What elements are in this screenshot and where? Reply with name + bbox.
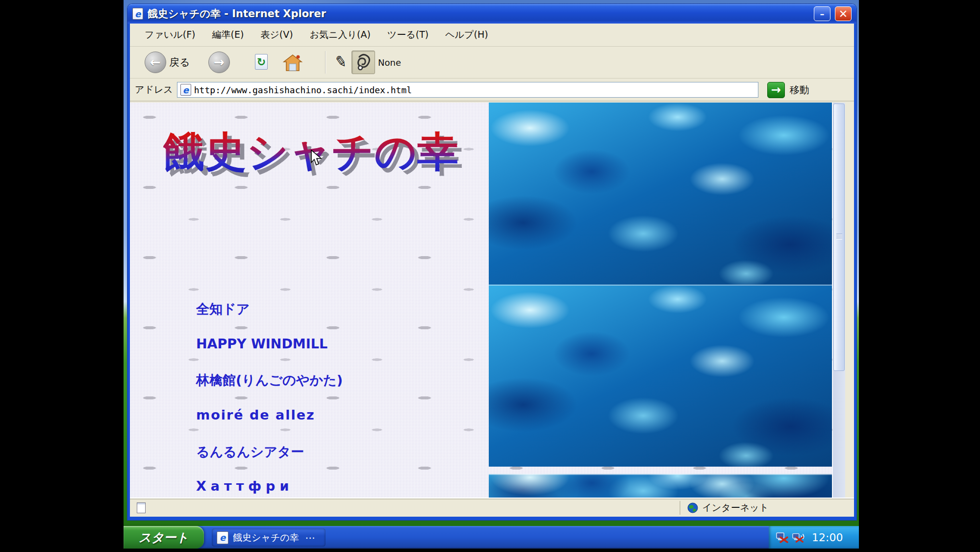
toolbar-separator: [325, 51, 326, 74]
wireless-disconnected-icon[interactable]: [792, 531, 805, 543]
go-arrow-icon: →: [767, 82, 785, 98]
water-image-bottom: [489, 285, 832, 467]
status-bar: インターネット: [130, 498, 854, 517]
address-bar: アドレス e http://www.gashishachino.sachi/in…: [130, 79, 854, 102]
pencil-icon: ✎: [333, 52, 349, 71]
home-icon: [283, 54, 302, 72]
address-label: アドレス: [135, 83, 173, 96]
link-moire-de-allez[interactable]: moiré de allez: [196, 407, 315, 422]
taskbar-clock: 12:00: [812, 531, 843, 544]
go-label: 移動: [790, 83, 809, 97]
home-button[interactable]: [283, 54, 302, 72]
mouse-cursor: [310, 150, 323, 166]
taskbar: スタート e 餓史シャチの幸 ⋯ 12:00: [124, 526, 859, 549]
start-button[interactable]: スタート: [124, 526, 204, 549]
system-tray: 12:00: [769, 526, 859, 549]
refresh-icon: ↻: [255, 54, 268, 70]
title-bar[interactable]: e 餓史シャチの幸 - Internet Xplorer – ✕: [127, 4, 856, 24]
back-label: 戻る: [169, 55, 190, 69]
menu-bar: ファいル(F) 編準(E) 表ジ(V) お気ニ入り(A) ツーる(T) ヘルプ(…: [130, 24, 854, 47]
refresh-button[interactable]: ↻: [255, 54, 268, 70]
url-page-icon: e: [180, 84, 191, 96]
globe-icon: [687, 502, 698, 513]
minimize-button[interactable]: –: [814, 6, 830, 21]
forward-button[interactable]: →: [208, 52, 230, 73]
link-ringo-yakata[interactable]: 林檎館(りんごのやかた): [196, 371, 343, 389]
link-runrun-theater[interactable]: るんるんシアター: [196, 443, 304, 461]
back-icon: ←: [145, 52, 166, 73]
page-content: 餓史シャチの幸 餓史シャチの幸 全知ドア HAPPY WINDMILL 林檎館(…: [130, 103, 832, 498]
window-title: 餓史シャチの幸 - Internet Xplorer: [148, 7, 809, 21]
window-body: ファいル(F) 編準(E) 表ジ(V) お気ニ入り(A) ツーる(T) ヘルプ(…: [127, 24, 856, 520]
menu-file[interactable]: ファいル(F): [145, 28, 196, 41]
edit-button[interactable]: ✎: [335, 53, 347, 70]
search-none-label: None: [378, 57, 401, 68]
forward-icon: →: [208, 52, 230, 73]
link-zenchi-door[interactable]: 全知ドア: [196, 300, 250, 318]
menu-favorites[interactable]: お気ニ入り(A): [310, 28, 371, 41]
water-image-sliver: [489, 474, 832, 498]
menu-help[interactable]: ヘルプ(H): [445, 28, 488, 41]
menu-edit[interactable]: 編準(E): [212, 28, 244, 41]
task-overflow-icon: ⋯: [305, 532, 316, 544]
vertical-scrollbar[interactable]: [832, 103, 845, 498]
task-label: 餓史シャチの幸: [233, 531, 299, 544]
url-text: http://www.gashishachino.sachi/index.htm…: [194, 85, 412, 95]
scrollbar-grip: [836, 234, 842, 239]
menu-tools[interactable]: ツーる(T): [387, 28, 428, 41]
back-button[interactable]: ← 戻る: [145, 52, 190, 73]
browser-window: e 餓史シャチの幸 - Internet Xplorer – ✕ ファいル(F)…: [127, 4, 856, 520]
menu-view[interactable]: 表ジ(V): [260, 28, 293, 41]
link-happy-windmill[interactable]: HAPPY WINDMILL: [196, 336, 327, 351]
network-disconnected-icon[interactable]: [776, 531, 788, 543]
water-image-top: [489, 103, 832, 285]
search-toggle-button[interactable]: None: [352, 51, 401, 74]
toolbar: ← 戻る → ↻ ✎: [130, 47, 854, 79]
taskbar-task-button[interactable]: e 餓史シャチの幸 ⋯: [212, 528, 326, 547]
security-zone-label: インターネット: [702, 501, 769, 514]
go-button[interactable]: → 移動: [767, 82, 809, 98]
address-input[interactable]: e http://www.gashishachino.sachi/index.h…: [177, 82, 758, 98]
link-khattfri[interactable]: Хаттфри: [196, 478, 293, 494]
swirl-search-icon: [352, 51, 375, 74]
task-app-icon: e: [217, 531, 228, 544]
status-page-icon: [137, 502, 146, 513]
close-button[interactable]: ✕: [835, 6, 852, 21]
app-icon: e: [132, 8, 143, 20]
scrollbar-thumb[interactable]: [833, 104, 845, 371]
